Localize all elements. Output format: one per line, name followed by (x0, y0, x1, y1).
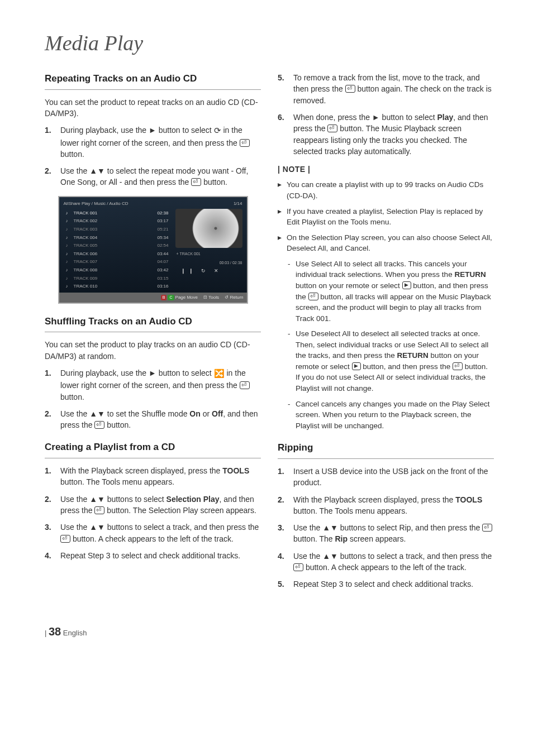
enter-icon (327, 125, 337, 132)
heading-repeating: Repeating Tracks on an Audio CD (45, 72, 261, 90)
step-number: 3. (45, 521, 60, 544)
track-row: ♪TRACK 00704:07 (64, 258, 171, 266)
enter-icon (60, 535, 70, 543)
play-icon (402, 281, 411, 289)
sub-note-item: -Use Deselect All to deselect all select… (288, 328, 494, 394)
step-number: 3. (278, 522, 293, 545)
track-row: ♪TRACK 00102:38 (64, 209, 171, 217)
page-title: Media Play (45, 28, 494, 59)
note-item: ▸If you have created a playlist, Selecti… (278, 206, 494, 228)
step-number: 2. (45, 408, 60, 431)
note-item: ▸You can create a playlist with up to 99… (278, 179, 494, 201)
intro-shuffling: You can set the product to play tracks o… (45, 339, 261, 362)
list-item: 6. When done, press the ► button to sele… (278, 112, 494, 157)
intro-repeating: You can set the product to repeat tracks… (45, 97, 261, 119)
page-number: 38 (49, 625, 61, 638)
page-footer: | 38 English (45, 624, 494, 640)
step-number: 1. (45, 125, 60, 160)
repeat-icon: ⟳ (214, 126, 221, 136)
track-row: ♪TRACK 00405:34 (64, 233, 171, 242)
note-heading: | NOTE | (278, 164, 494, 175)
track-row: ♪TRACK 01003:16 (64, 283, 171, 291)
heading-ripping: Ripping (278, 441, 494, 459)
enter-icon (191, 178, 201, 186)
arrow-icon: ▸ (278, 232, 287, 254)
step-number: 2. (278, 494, 293, 517)
arrow-icon: ▸ (278, 179, 287, 201)
track-row: ♪TRACK 00603:44 (64, 250, 171, 258)
list-item: 1. During playback, use the ► button to … (45, 125, 261, 160)
step-number: 1. (278, 466, 293, 489)
list-item: 2. Use the ▲▼ to select the repeat mode … (45, 165, 261, 188)
step-number: 1. (45, 367, 60, 403)
step-number: 1. (45, 465, 60, 488)
enter-icon (345, 85, 355, 93)
now-playing: + TRACK 001 (175, 250, 242, 260)
right-column: 5. To remove a track from the list, move… (278, 72, 494, 596)
play-icon (352, 362, 361, 370)
step-number: 6. (278, 112, 293, 157)
step-number: 2. (45, 165, 60, 188)
track-row: ♪TRACK 00502:54 (64, 242, 171, 250)
list-item: 2. Use the ▲▼ buttons to select Selectio… (45, 494, 261, 516)
list-item: 1. During playback, use the ► button to … (45, 367, 261, 403)
list-item: 4.Use the ▲▼ buttons to select a track, … (278, 551, 494, 573)
player-screenshot: AllShare Play / Music / Audio CD 1/14 ♪T… (58, 196, 248, 304)
track-list: ♪TRACK 00102:38♪TRACK 00203:17♪TRACK 003… (64, 209, 171, 290)
step-number: 4. (45, 550, 60, 561)
track-row: ♪TRACK 00305:21 (64, 225, 171, 233)
enter-icon (482, 524, 492, 532)
heading-shuffling: Shuffling Tracks on an Audio CD (45, 315, 261, 333)
step-number: 4. (278, 551, 293, 573)
playback-time: 00:03 / 02:38 (175, 260, 242, 267)
disc-art (175, 209, 242, 248)
enter-icon (94, 421, 104, 429)
heading-playlist: Creating a Playlist from a CD (45, 441, 261, 458)
page-counter: 1/14 (234, 200, 242, 207)
enter-icon (240, 381, 250, 389)
bottom-bar: BCPage Move ⊡ Tools ↺ Return (59, 293, 247, 303)
enter-icon (453, 362, 463, 370)
playback-controls: ❙❙ ↻ ✕ (175, 267, 242, 275)
enter-icon (94, 506, 104, 514)
breadcrumb: AllShare Play / Music / Audio CD (64, 200, 129, 207)
list-item: 5. To remove a track from the list, move… (278, 72, 494, 106)
step-number: 2. (45, 494, 60, 516)
note-item: ▸On the Selection Play screen, you can a… (278, 232, 494, 254)
list-item: 2. Use the ▲▼ to set the Shuffle mode On… (45, 408, 261, 431)
sub-note-item: -Use Select All to select all tracks. Th… (288, 259, 494, 324)
left-column: Repeating Tracks on an Audio CD You can … (45, 72, 261, 596)
arrow-icon: ▸ (278, 206, 287, 228)
sub-note-item: -Cancel cancels any changes you made on … (288, 399, 494, 432)
track-row: ♪TRACK 00903:15 (64, 274, 171, 283)
list-item: 2.With the Playback screen displayed, pr… (278, 494, 494, 517)
list-item: 1. With the Playback screen displayed, p… (45, 465, 261, 488)
list-item: 4. Repeat Step 3 to select and check add… (45, 550, 261, 561)
step-number: 5. (278, 578, 293, 590)
enter-icon (293, 563, 303, 571)
track-row: ♪TRACK 00203:17 (64, 217, 171, 226)
shuffle-icon: 🔀 (214, 369, 225, 378)
list-item: 1.Insert a USB device into the USB jack … (278, 466, 494, 489)
enter-icon (308, 293, 318, 300)
list-item: 3. Use the ▲▼ buttons to select a track,… (45, 521, 261, 544)
list-item: 3.Use the ▲▼ buttons to select Rip, and … (278, 522, 494, 545)
list-item: 5.Repeat Step 3 to select and check addi… (278, 578, 494, 590)
track-row: ♪TRACK 00803:42 (64, 266, 171, 274)
enter-icon (240, 139, 250, 147)
step-number: 5. (278, 72, 293, 106)
